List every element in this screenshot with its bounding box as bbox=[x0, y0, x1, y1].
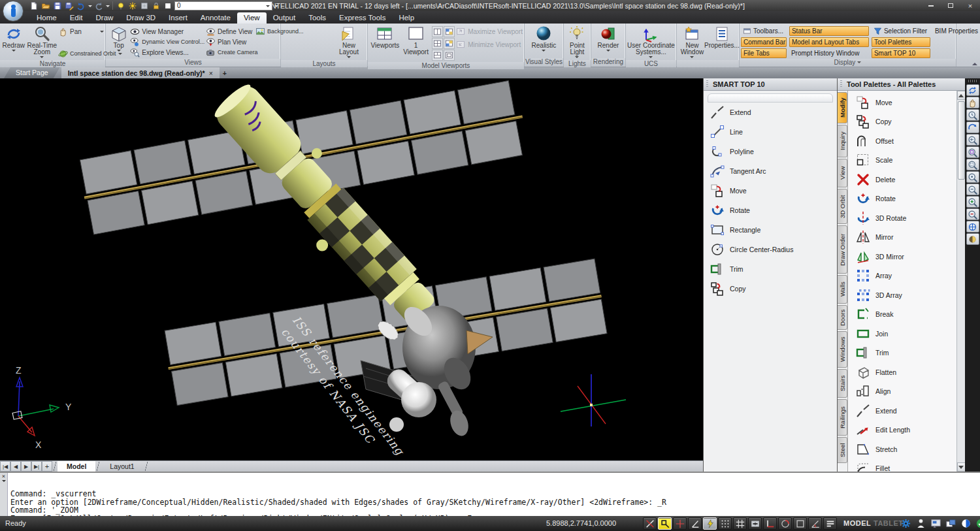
smart-top10-header[interactable]: SMART TOP 10 bbox=[704, 78, 837, 91]
screen-share-icon[interactable] bbox=[930, 518, 941, 529]
palette-stretch[interactable]: Stretch bbox=[853, 440, 956, 459]
smart-circle-center-radius[interactable]: Circle Center-Radius bbox=[708, 240, 833, 259]
lwt-toggle[interactable] bbox=[763, 517, 777, 530]
model-tab[interactable]: Model bbox=[57, 461, 95, 472]
palette-tab-steel[interactable]: Steel bbox=[838, 437, 847, 463]
smart-extend[interactable]: Extend bbox=[708, 103, 833, 122]
rail-zoom-center-button[interactable] bbox=[966, 171, 979, 183]
quickinput-toggle[interactable] bbox=[793, 517, 807, 530]
layer-on-off-icon[interactable] bbox=[116, 1, 126, 10]
palette-tab-inquiry[interactable]: Inquiry bbox=[838, 125, 847, 157]
save-button[interactable] bbox=[52, 1, 63, 10]
rail-zoom-window-button[interactable] bbox=[966, 146, 979, 158]
start-page-tab[interactable]: Start Page bbox=[4, 67, 60, 78]
ortho-toggle[interactable] bbox=[748, 517, 762, 530]
explore-views-button[interactable]: Explore Views... bbox=[130, 47, 206, 57]
palette-extend[interactable]: Extend bbox=[853, 401, 956, 421]
new-file-button[interactable] bbox=[29, 1, 39, 10]
minimize-button[interactable] bbox=[921, 1, 941, 10]
smart-line[interactable]: Line bbox=[708, 122, 833, 142]
palette-tab-stairs[interactable]: Stairs bbox=[838, 369, 847, 398]
realtime-zoom-button[interactable]: Real-Time Zoom bbox=[26, 25, 58, 60]
new-tab-button[interactable]: + bbox=[220, 67, 230, 78]
palette-break[interactable]: Break bbox=[853, 305, 956, 325]
palette-scale[interactable]: Scale bbox=[853, 151, 956, 170]
save-as-button[interactable] bbox=[64, 1, 74, 10]
polar-toggle[interactable] bbox=[688, 517, 702, 530]
rail-zoom-dynamic-button[interactable] bbox=[966, 159, 979, 170]
smart-move[interactable]: Move bbox=[708, 181, 833, 201]
palette-rotate[interactable]: Rotate bbox=[853, 189, 956, 209]
background-button[interactable]: Background... bbox=[255, 26, 279, 37]
palette-3d-array[interactable]: 3D Array bbox=[853, 285, 956, 305]
status-bar-toggle[interactable]: Status Bar bbox=[789, 26, 869, 36]
rail-redraw-button[interactable] bbox=[966, 84, 979, 96]
qat-customize-icon[interactable] bbox=[274, 5, 278, 9]
toolbar-grip[interactable] bbox=[968, 80, 977, 82]
menu-tab-express-tools[interactable]: Express Tools bbox=[333, 12, 392, 24]
display-group-label[interactable]: Display bbox=[740, 59, 956, 67]
viewport-split-4-button[interactable] bbox=[432, 38, 443, 49]
menu-tab-annotate[interactable]: Annotate bbox=[194, 12, 237, 24]
smart-polyline[interactable]: Polyline bbox=[708, 142, 833, 161]
palette-tab-draw-order[interactable]: Draw Order bbox=[838, 225, 847, 274]
last-tab-button[interactable]: ▶| bbox=[31, 461, 42, 472]
viewport-named-1-button[interactable] bbox=[444, 26, 455, 37]
close-command-icon[interactable]: × bbox=[2, 474, 5, 479]
angle-toggle[interactable] bbox=[808, 517, 822, 530]
ok-check-icon[interactable] bbox=[975, 518, 980, 529]
smart-copy[interactable]: Copy bbox=[708, 279, 833, 298]
command-expand-icon[interactable] bbox=[2, 480, 6, 484]
smart-rotate[interactable]: Rotate bbox=[708, 201, 833, 220]
document-tab[interactable]: Intl space station dec 98.dwg (Read-only… bbox=[61, 67, 220, 78]
palette-flatten[interactable]: Flatten bbox=[853, 362, 956, 382]
rail-zoom-previous-button[interactable] bbox=[966, 134, 979, 146]
menu-tab-output[interactable]: Output bbox=[267, 12, 302, 24]
create-camera-button[interactable]: Create Camera bbox=[206, 47, 255, 57]
palette-fillet[interactable]: Fillet bbox=[853, 459, 956, 472]
palette-align[interactable]: Align bbox=[853, 382, 956, 402]
next-tab-button[interactable]: ▶ bbox=[21, 461, 31, 472]
layout1-tab[interactable]: Layout1 bbox=[101, 461, 143, 472]
esnap-toggle[interactable] bbox=[703, 517, 717, 530]
menu-tab-tools[interactable]: Tools bbox=[302, 12, 333, 24]
scrollbar-thumb[interactable] bbox=[958, 101, 965, 180]
palette-trim[interactable]: Trim bbox=[853, 344, 956, 363]
viewport-split-l-button[interactable] bbox=[432, 50, 443, 61]
palette-tab-railings[interactable]: Railings bbox=[838, 399, 847, 436]
maximize-viewport-button[interactable]: Maximize Viewport bbox=[456, 26, 523, 37]
menu-tab-home[interactable]: Home bbox=[30, 12, 63, 24]
pan-button[interactable]: Pan bbox=[58, 26, 104, 37]
properties-button[interactable]: Properties... bbox=[706, 25, 738, 60]
annotation-list-toggle[interactable] bbox=[823, 517, 837, 530]
smart-tangent-arc[interactable]: Tangent Arc bbox=[708, 161, 833, 181]
esnap-marker-toggle[interactable] bbox=[658, 517, 672, 530]
menu-tab-help[interactable]: Help bbox=[392, 12, 421, 24]
palette-delete[interactable]: Delete bbox=[853, 170, 956, 189]
menu-tab-view[interactable]: View bbox=[237, 12, 267, 24]
command-bar-toggle[interactable]: Command Bar bbox=[741, 37, 787, 47]
undo-button[interactable] bbox=[76, 1, 86, 10]
prompt-history-window-toggle[interactable]: Prompt History Window bbox=[789, 48, 869, 58]
palette-join[interactable]: Join bbox=[853, 324, 956, 344]
palette-3d-mirror[interactable]: 3D Mirror bbox=[853, 247, 956, 266]
user-coordinate-systems-button[interactable]: User Coordinate Systems... bbox=[627, 25, 675, 60]
axes-toggle[interactable] bbox=[643, 517, 657, 530]
redraw-button[interactable]: Redraw bbox=[1, 25, 26, 60]
palette-tab-view[interactable]: View bbox=[838, 159, 847, 187]
point-light-button[interactable]: Point Light bbox=[565, 25, 589, 60]
viewport-named-2-button[interactable] bbox=[444, 38, 455, 49]
minimize-ribbon-icon[interactable] bbox=[972, 60, 977, 65]
layer-combobox[interactable]: 0 bbox=[174, 1, 272, 10]
palette-move[interactable]: Move bbox=[853, 93, 956, 112]
tool-palettes-header[interactable]: Tool Palettes - All Palettes bbox=[838, 78, 965, 91]
view-manager-button[interactable]: View Manager bbox=[130, 26, 206, 37]
new-window-button[interactable]: New Window bbox=[678, 25, 706, 60]
palette-mirror[interactable]: Mirror bbox=[853, 228, 956, 248]
palette-edit-length[interactable]: Edit Length bbox=[853, 421, 956, 440]
rail-shade-button[interactable] bbox=[966, 233, 979, 245]
selection-filter-button[interactable]: Selection Filter bbox=[872, 26, 930, 36]
palette-tab-3d-orbit[interactable]: 3D Orbit bbox=[838, 189, 847, 224]
palette-scrollbar[interactable] bbox=[956, 91, 965, 472]
palette-tab-windows[interactable]: Windows bbox=[838, 331, 847, 368]
